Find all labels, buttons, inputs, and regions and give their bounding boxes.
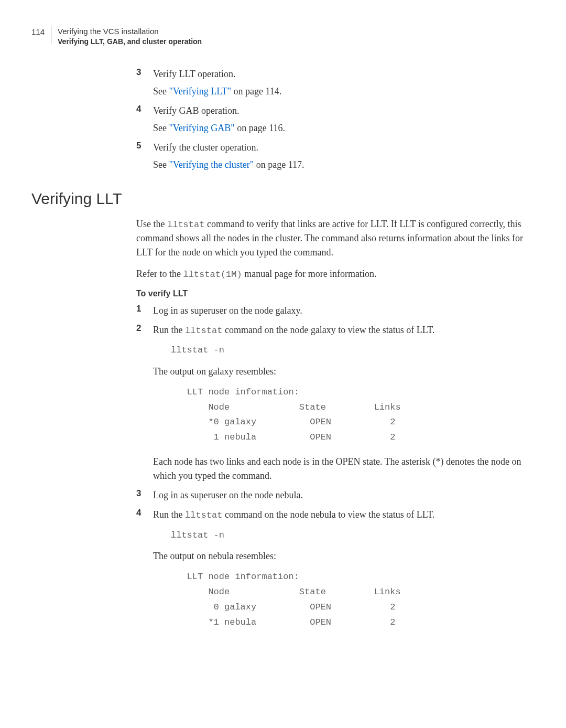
output-intro: The output on galaxy resembles: xyxy=(153,365,524,379)
main-content: Use the lltstat command to verify that l… xyxy=(136,217,524,640)
step-number: 1 xyxy=(136,304,144,314)
page-header: 114 Verifying the VCS installation Verif… xyxy=(31,26,524,46)
step-number: 2 xyxy=(136,323,144,334)
step-body: Run the lltstat command on the node gala… xyxy=(153,323,524,487)
step-item: 3 Verify LLT operation. See "Verifying L… xyxy=(136,67,524,102)
step-text: Verify LLT operation. xyxy=(153,67,524,81)
step-text: Log in as superuser on the node nebula. xyxy=(153,488,524,502)
step-number: 4 xyxy=(136,508,144,518)
step-text: Run the lltstat command on the node nebu… xyxy=(153,508,524,522)
step-number: 4 xyxy=(136,104,144,114)
command-block: lltstat -n xyxy=(171,529,524,542)
step-number: 3 xyxy=(136,67,144,78)
command-block: lltstat -n xyxy=(171,344,524,357)
link-verifying-llt[interactable]: "Verifying LLT" xyxy=(169,86,232,97)
step-item: 2 Run the lltstat command on the node ga… xyxy=(136,323,524,487)
output-intro: The output on nebula resembles: xyxy=(153,549,524,563)
step-body: Run the lltstat command on the node nebu… xyxy=(153,508,524,640)
step-body: Verify GAB operation. See "Verifying GAB… xyxy=(153,104,524,138)
header-text: Verifying the VCS installation Verifying… xyxy=(58,26,202,46)
step-item: 1 Log in as superuser on the node galaxy… xyxy=(136,304,524,321)
chapter-title: Verifying the VCS installation xyxy=(58,26,202,37)
heading-verifying-llt: Verifying LLT xyxy=(31,190,524,208)
section-title: Verifying LLT, GAB, and cluster operatio… xyxy=(58,37,202,46)
step-body: Log in as superuser on the node galaxy. xyxy=(153,304,524,321)
step-body: Verify LLT operation. See "Verifying LLT… xyxy=(153,67,524,102)
code-lltstat: lltstat xyxy=(185,510,222,520)
step-item: 4 Verify GAB operation. See "Verifying G… xyxy=(136,104,524,138)
page-number: 114 xyxy=(31,26,45,36)
step-item: 3 Log in as superuser on the node nebula… xyxy=(136,488,524,506)
link-verifying-gab[interactable]: "Verifying GAB" xyxy=(169,123,235,133)
link-verifying-cluster[interactable]: "Verifying the cluster" xyxy=(169,159,254,170)
code-lltstat: lltstat xyxy=(185,326,222,336)
output-block: LLT node information: Node State Links *… xyxy=(171,385,524,446)
step-item: 4 Run the lltstat command on the node ne… xyxy=(136,508,524,640)
subheading-to-verify: To verify LLT xyxy=(136,289,524,298)
step-text: Verify GAB operation. xyxy=(153,104,524,118)
step-item: 5 Verify the cluster operation. See "Ver… xyxy=(136,141,524,175)
intro-para-1: Use the lltstat command to verify that l… xyxy=(136,217,524,260)
intro-para-2: Refer to the lltstat(1M) manual page for… xyxy=(136,267,524,282)
step-see: See "Verifying GAB" on page 116. xyxy=(153,121,524,135)
code-manpage: lltstat(1M) xyxy=(183,270,242,280)
step-text: Run the lltstat command on the node gala… xyxy=(153,323,524,338)
code-lltstat: lltstat xyxy=(167,220,204,230)
step-number: 3 xyxy=(136,488,144,499)
step-number: 5 xyxy=(136,141,144,151)
step-body: Verify the cluster operation. See "Verif… xyxy=(153,141,524,175)
top-steps: 3 Verify LLT operation. See "Verifying L… xyxy=(136,67,524,175)
step-after: Each node has two links and each node is… xyxy=(153,455,524,483)
step-text: Verify the cluster operation. xyxy=(153,141,524,155)
step-body: Log in as superuser on the node nebula. xyxy=(153,488,524,506)
step-see: See "Verifying the cluster" on page 117. xyxy=(153,158,524,172)
header-divider xyxy=(51,26,51,44)
step-see: See "Verifying LLT" on page 114. xyxy=(153,84,524,99)
output-block: LLT node information: Node State Links 0… xyxy=(171,570,524,630)
step-text: Log in as superuser on the node galaxy. xyxy=(153,304,524,318)
